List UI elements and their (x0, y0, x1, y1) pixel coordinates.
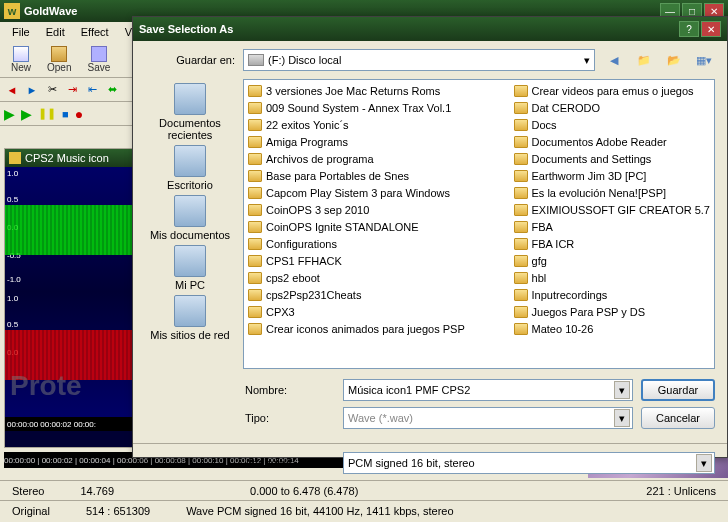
folder-item[interactable]: Documentos Adobe Reader (512, 133, 712, 150)
folder-icon (514, 119, 528, 131)
folder-icon (248, 187, 262, 199)
tool-icon[interactable]: ⇥ (64, 82, 80, 98)
folder-item[interactable]: Capcom Play Sistem 3 para Windows (246, 184, 508, 201)
chevron-down-icon[interactable]: ▾ (614, 381, 630, 399)
up-button[interactable]: 📁 (633, 49, 655, 71)
folder-item[interactable]: CoinOPS Ignite STANDALONE (246, 218, 508, 235)
dialog-title: Save Selection As (139, 23, 679, 35)
folder-item[interactable]: Dat CERODO (512, 99, 712, 116)
attributes-dropdown[interactable]: PCM signed 16 bit, stereo ▾ (343, 452, 715, 474)
filename-label: Nombre: (145, 384, 335, 396)
waveform-title: CPS2 Music icon (25, 152, 109, 164)
back-button[interactable]: ◀ (603, 49, 625, 71)
folder-item[interactable]: Mateo 10-26 (512, 320, 712, 337)
cancel-button[interactable]: Cancelar (641, 407, 715, 429)
folder-icon (514, 272, 528, 284)
folder-item[interactable]: hbl (512, 269, 712, 286)
chevron-down-icon[interactable]: ▾ (614, 409, 630, 427)
folder-item[interactable]: Amiga Programs (246, 133, 508, 150)
folder-icon (248, 238, 262, 250)
menu-edit[interactable]: Edit (38, 24, 73, 40)
place-recent[interactable]: Documentos recientes (145, 83, 235, 141)
folder-item[interactable]: Crear iconos animados para juegos PSP (246, 320, 508, 337)
folder-item[interactable]: CPX3 (246, 303, 508, 320)
filename-input[interactable]: Música icon1 PMF CPS2 ▾ (343, 379, 633, 401)
documents-icon (174, 195, 206, 227)
folder-icon (514, 255, 528, 267)
waveform-canvas[interactable]: 1.0 0.5 0.0 -0.5 -1.0 1.0 0.5 0.0 (5, 167, 133, 417)
tool-icon[interactable]: ⬌ (104, 82, 120, 98)
tool-icon[interactable]: ► (24, 82, 40, 98)
chevron-down-icon[interactable]: ▾ (696, 454, 712, 472)
folder-label: Base para Portables de Snes (266, 170, 409, 182)
new-button[interactable]: New (4, 43, 38, 76)
folder-item[interactable]: Earthworm Jim 3D [PC] (512, 167, 712, 184)
folder-icon (248, 204, 262, 216)
folder-icon (248, 85, 262, 97)
folder-item[interactable]: Archivos de programa (246, 150, 508, 167)
folder-label: 3 versiones Joe Mac Returns Roms (266, 85, 440, 97)
folder-item[interactable]: Crear videos para emus o juegos (512, 82, 712, 99)
save-button[interactable]: Save (80, 43, 117, 76)
folder-icon (514, 289, 528, 301)
place-network[interactable]: Mis sitios de red (150, 295, 229, 341)
open-button[interactable]: Open (40, 43, 78, 76)
folder-label: EXIMIOUSSOFT GIF CREATOR 5.7 (532, 204, 710, 216)
filetype-dropdown[interactable]: Wave (*.wav) ▾ (343, 407, 633, 429)
save-in-dropdown[interactable]: (F:) Disco local ▾ (243, 49, 595, 71)
stop-button[interactable]: ■ (62, 108, 69, 120)
chevron-down-icon: ▾ (584, 54, 590, 67)
place-computer[interactable]: Mi PC (174, 245, 206, 291)
tool-icon[interactable]: ◄ (4, 82, 20, 98)
folder-icon (514, 221, 528, 233)
pause-button[interactable]: ❚❚ (38, 107, 56, 120)
place-desktop[interactable]: Escritorio (167, 145, 213, 191)
folder-item[interactable]: Documents and Settings (512, 150, 712, 167)
dialog-help-button[interactable]: ? (679, 21, 699, 37)
folder-item[interactable]: Configurations (246, 235, 508, 252)
dialog-close-button[interactable]: ✕ (701, 21, 721, 37)
place-documents[interactable]: Mis documentos (150, 195, 230, 241)
record-button[interactable]: ● (75, 106, 83, 122)
waveform-left-channel (5, 205, 133, 255)
menu-effect[interactable]: Effect (73, 24, 117, 40)
save-confirm-button[interactable]: Guardar (641, 379, 715, 401)
folder-item[interactable]: cps2 eboot (246, 269, 508, 286)
folder-item[interactable]: CoinOPS 3 sep 2010 (246, 201, 508, 218)
folder-icon (514, 238, 528, 250)
folder-icon (514, 170, 528, 182)
folder-icon (514, 204, 528, 216)
tool-icon[interactable]: ⇤ (84, 82, 100, 98)
folder-item[interactable]: Base para Portables de Snes (246, 167, 508, 184)
status-range: 0.000 to 6.478 (6.478) (242, 485, 366, 497)
view-menu-button[interactable]: ▦▾ (693, 49, 715, 71)
folder-item[interactable]: gfg (512, 252, 712, 269)
folder-icon (514, 306, 528, 318)
wave-icon (9, 152, 21, 164)
folder-item[interactable]: Es la evolución Nena![PSP] (512, 184, 712, 201)
folder-label: 009 Sound System - Annex Trax Vol.1 (266, 102, 451, 114)
folder-item[interactable]: FBA (512, 218, 712, 235)
folder-item[interactable]: cps2Psp231Cheats (246, 286, 508, 303)
play-sel-button[interactable]: ▶ (21, 106, 32, 122)
folder-item[interactable]: EXIMIOUSSOFT GIF CREATOR 5.7 (512, 201, 712, 218)
folder-item[interactable]: Juegos Para PSP y DS (512, 303, 712, 320)
menu-file[interactable]: File (4, 24, 38, 40)
tool-icon[interactable]: ✂ (44, 82, 60, 98)
folder-item[interactable]: CPS1 FFHACK (246, 252, 508, 269)
folder-icon (248, 272, 262, 284)
file-list[interactable]: 3 versiones Joe Mac Returns Roms009 Soun… (243, 79, 715, 369)
folder-icon (514, 136, 528, 148)
folder-item[interactable]: Inputrecordings (512, 286, 712, 303)
axis-label: 0.5 (7, 320, 18, 329)
folder-icon (248, 136, 262, 148)
filename-value: Música icon1 PMF CPS2 (348, 384, 470, 396)
folder-item[interactable]: Docs (512, 116, 712, 133)
play-button[interactable]: ▶ (4, 106, 15, 122)
folder-item[interactable]: 3 versiones Joe Mac Returns Roms (246, 82, 508, 99)
folder-item[interactable]: FBA ICR (512, 235, 712, 252)
new-folder-button[interactable]: 📂 (663, 49, 685, 71)
folder-icon (248, 119, 262, 131)
folder-item[interactable]: 22 exitos Yonic´s (246, 116, 508, 133)
folder-item[interactable]: 009 Sound System - Annex Trax Vol.1 (246, 99, 508, 116)
